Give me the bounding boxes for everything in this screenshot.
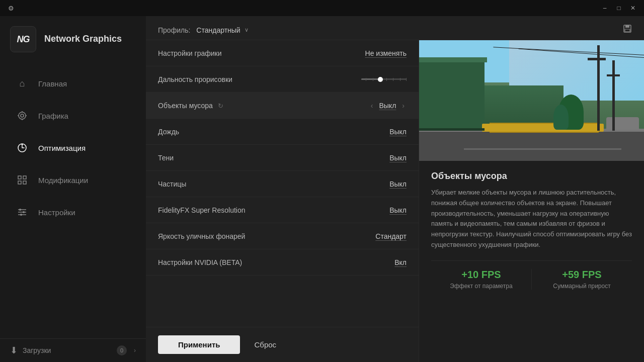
- sidebar-item-label-graphics: Графика: [38, 112, 68, 120]
- profile-label: Профиль:: [158, 26, 190, 34]
- info-title: Объекты мусора: [431, 171, 632, 182]
- setting-name-graphics-settings: Настройки графики: [158, 49, 365, 57]
- minimize-button[interactable]: –: [598, 1, 612, 15]
- sidebar: NG Network Graphics ⌂ Главная Графика: [0, 16, 146, 362]
- main-content: Профиль: Стандартный ∨ Настройки гр: [146, 16, 644, 362]
- home-icon: ⌂: [14, 75, 30, 92]
- download-label: Загрузки: [23, 346, 112, 354]
- save-button[interactable]: [623, 24, 632, 36]
- setting-row-draw-distance[interactable]: Дальность прорисовки: [146, 66, 419, 93]
- setting-value-shadows: Выкл: [389, 154, 407, 162]
- setting-value-rain: Выкл: [389, 128, 407, 136]
- stat-total-label: Суммарный прирост: [553, 283, 610, 290]
- info-screenshot: [419, 40, 644, 161]
- svg-rect-9: [18, 181, 21, 184]
- sidebar-item-label-optimization: Оптимизация: [38, 144, 86, 152]
- setting-value-street-lights: Стандарт: [375, 232, 407, 240]
- setting-name-shadows: Тени: [158, 154, 389, 162]
- app-body: NG Network Graphics ⌂ Главная Графика: [0, 16, 644, 362]
- stat-effect-value: +10 FPS: [461, 269, 501, 281]
- modifications-icon: [14, 172, 30, 188]
- setting-row-trash-objects[interactable]: Объекты мусора ↻ ‹ Выкл ›: [146, 93, 419, 119]
- setting-row-fidelityfx[interactable]: FidelityFX Super Resolution Выкл: [146, 197, 419, 223]
- svg-point-16: [20, 214, 22, 216]
- titlebar: ⚙ – □ ✕: [0, 0, 644, 16]
- settings-list: Настройки графики Не изменять Дальность …: [146, 40, 419, 327]
- setting-row-particles[interactable]: Частицы Выкл: [146, 171, 419, 197]
- titlebar-settings-icon: ⚙: [4, 1, 18, 15]
- app-name: Network Graphics: [44, 34, 122, 45]
- stat-effect: +10 FPS Эффект от параметра: [431, 269, 531, 290]
- sidebar-item-label-home: Главная: [38, 79, 67, 88]
- stat-total-value: +59 FPS: [562, 269, 601, 281]
- setting-name-rain: Дождь: [158, 128, 389, 136]
- optimization-icon: [14, 140, 30, 156]
- sidebar-item-home[interactable]: ⌂ Главная: [4, 68, 142, 99]
- setting-name-street-lights: Яркость уличных фонарей: [158, 232, 375, 240]
- svg-point-14: [19, 209, 21, 211]
- svg-point-0: [19, 112, 26, 119]
- setting-value-trash-objects: ‹ Выкл ›: [369, 100, 407, 112]
- setting-value-particles: Выкл: [389, 180, 407, 188]
- setting-value-fidelityfx: Выкл: [389, 206, 407, 214]
- setting-row-graphics-settings[interactable]: Настройки графики Не изменять: [146, 40, 419, 66]
- sidebar-item-settings[interactable]: Настройки: [4, 197, 142, 227]
- svg-rect-8: [23, 176, 26, 179]
- sidebar-item-modifications[interactable]: Модификации: [4, 165, 142, 195]
- download-icon: ⬇: [10, 345, 18, 356]
- info-description: Убирает мелкие объекты мусора и лишнюю р…: [431, 188, 632, 250]
- setting-name-nvidia: Настройки NVIDIA (BETA): [158, 258, 394, 266]
- left-arrow-icon[interactable]: ‹: [369, 100, 375, 112]
- setting-value-graphics-settings: Не изменять: [365, 49, 407, 57]
- setting-name-fidelityfx: FidelityFX Super Resolution: [158, 206, 389, 214]
- setting-row-street-lights[interactable]: Яркость уличных фонарей Стандарт: [146, 223, 419, 249]
- setting-row-shadows[interactable]: Тени Выкл: [146, 145, 419, 171]
- svg-rect-18: [625, 25, 629, 28]
- setting-name-draw-distance: Дальность прорисовки: [158, 75, 361, 83]
- maximize-button[interactable]: □: [612, 1, 626, 15]
- setting-row-nvidia[interactable]: Настройки NVIDIA (BETA) Вкл: [146, 249, 419, 276]
- graphics-icon: [14, 108, 30, 124]
- profile-header: Профиль: Стандартный ∨: [146, 16, 644, 40]
- profile-dropdown[interactable]: Стандартный ∨: [196, 26, 248, 34]
- download-arrow[interactable]: ›: [134, 347, 136, 354]
- sidebar-item-optimization[interactable]: Оптимизация: [4, 133, 142, 163]
- settings-area: Настройки графики Не изменять Дальность …: [146, 40, 644, 362]
- svg-rect-19: [625, 29, 630, 32]
- download-badge: 0: [117, 345, 127, 355]
- logo-icon: NG: [10, 26, 36, 52]
- info-stats: +10 FPS Эффект от параметра +59 FPS Сумм…: [431, 260, 632, 290]
- setting-row-rain[interactable]: Дождь Выкл: [146, 119, 419, 145]
- svg-point-1: [21, 114, 24, 117]
- close-button[interactable]: ✕: [626, 1, 640, 15]
- draw-distance-slider[interactable]: [361, 78, 407, 80]
- info-panel: Объекты мусора Убирает мелкие объекты му…: [419, 40, 644, 362]
- setting-name-trash-objects: Объекты мусора ↻: [158, 102, 369, 110]
- reset-button[interactable]: Сброс: [250, 335, 280, 354]
- setting-value-nvidia: Вкл: [394, 258, 407, 266]
- settings-icon: [14, 204, 30, 220]
- svg-rect-10: [23, 181, 26, 184]
- stat-total: +59 FPS Суммарный прирост: [531, 269, 632, 290]
- setting-name-particles: Частицы: [158, 180, 389, 188]
- logo-area: NG Network Graphics: [0, 16, 146, 67]
- right-arrow-icon[interactable]: ›: [400, 100, 407, 112]
- refresh-icon: ↻: [218, 102, 223, 110]
- info-content: Объекты мусора Убирает мелкие объекты му…: [419, 161, 644, 362]
- profile-value: Стандартный: [196, 26, 240, 34]
- sidebar-item-label-modifications: Модификации: [38, 176, 88, 185]
- profile-chevron-icon: ∨: [245, 27, 249, 33]
- stat-effect-label: Эффект от параметра: [450, 283, 512, 290]
- sidebar-item-label-settings: Настройки: [38, 208, 75, 217]
- sidebar-footer: ⬇ Загрузки 0 ›: [0, 338, 146, 362]
- apply-button[interactable]: Применить: [158, 335, 240, 354]
- action-bar: Применить Сброс: [146, 327, 419, 362]
- svg-rect-7: [18, 176, 21, 179]
- sidebar-item-graphics[interactable]: Графика: [4, 101, 142, 131]
- svg-point-15: [23, 211, 25, 213]
